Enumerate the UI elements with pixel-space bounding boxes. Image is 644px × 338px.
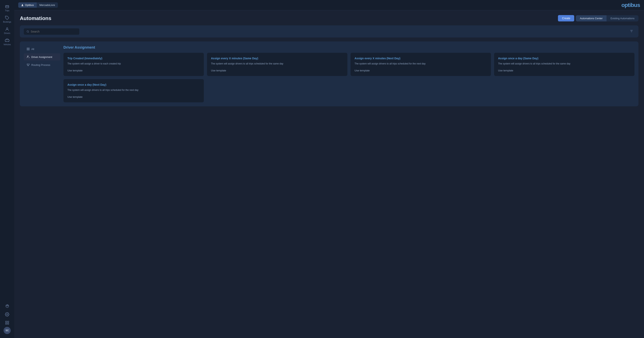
- tab-automations-center[interactable]: Automations Center: [576, 15, 606, 22]
- routing-icon: [26, 63, 30, 67]
- app-logo: optibus: [622, 2, 640, 8]
- search-bar: [20, 25, 638, 38]
- template-card-assign-xmin-same[interactable]: Assign every X minutes (Same Day) The sy…: [207, 53, 348, 76]
- create-button[interactable]: Create: [558, 15, 574, 22]
- bus-icon: [5, 4, 9, 9]
- svg-rect-17: [6, 323, 7, 324]
- template-desc-3: The system will assign drivers to all tr…: [354, 62, 487, 66]
- tag-icon: [5, 16, 9, 20]
- sidebar-item-bookings[interactable]: Bookings: [0, 14, 14, 24]
- svg-rect-26: [28, 48, 29, 49]
- template-card-assign-once-next[interactable]: Assign once a day (Next Day) The system …: [64, 79, 204, 102]
- svg-line-21: [28, 32, 29, 32]
- svg-point-31: [29, 64, 29, 65]
- svg-rect-18: [8, 323, 9, 324]
- svg-point-3: [8, 8, 8, 8]
- gear-icon: [5, 312, 9, 316]
- svg-rect-25: [27, 48, 28, 49]
- search-input-wrapper: [24, 28, 79, 35]
- category-all-label: All: [31, 48, 34, 51]
- templates-grid-row1: Trip Created (Immediately) The system wi…: [64, 53, 634, 76]
- sidebar: Trips Bookings Drivers: [0, 0, 14, 338]
- category-routing-process[interactable]: Routing Process: [24, 61, 60, 69]
- svg-point-9: [6, 41, 6, 42]
- person-small-icon: [21, 4, 24, 7]
- templates-area: Driver Assignment Trip Created (Immediat…: [64, 46, 634, 102]
- categories-sidebar: All Driver Assignment: [24, 46, 64, 102]
- template-title-3: Assign every X minutes (Next Day): [354, 57, 487, 60]
- search-input[interactable]: [31, 30, 76, 33]
- person-assign-icon: [26, 55, 30, 59]
- template-title-1: Trip Created (Immediately): [68, 57, 200, 60]
- page-header: Automations Create Automations Center Ex…: [20, 15, 638, 22]
- sidebar-item-vehicles[interactable]: Vehicles: [0, 36, 14, 47]
- template-card-assign-once-same[interactable]: Assign once a day (Same Day) The system …: [494, 53, 634, 76]
- svg-point-10: [8, 41, 9, 42]
- svg-rect-8: [5, 40, 9, 42]
- page-title: Automations: [20, 15, 51, 22]
- use-template-btn-1[interactable]: Use template: [68, 69, 200, 72]
- search-icon: [26, 30, 29, 33]
- svg-point-14: [6, 314, 8, 315]
- section-title: Driver Assignment: [64, 46, 634, 50]
- sidebar-item-plugins[interactable]: [4, 302, 11, 309]
- template-desc-4: The system will assign drivers to all tr…: [498, 62, 630, 66]
- apps-grid-icon: [5, 320, 9, 325]
- puzzle-icon: [5, 304, 9, 308]
- use-template-btn-3[interactable]: Use template: [354, 69, 487, 72]
- org-label-optibus: Optibus: [25, 4, 34, 7]
- sidebar-item-trips[interactable]: Trips: [0, 3, 14, 13]
- templates-grid-row2: Assign once a day (Next Day) The system …: [64, 79, 634, 102]
- template-card-assign-xmin-next[interactable]: Assign every X minutes (Next Day) The sy…: [350, 53, 491, 76]
- use-template-btn-2[interactable]: Use template: [211, 69, 344, 72]
- template-desc-5: The system will assign drivers to all tr…: [68, 88, 200, 92]
- sidebar-item-drivers[interactable]: Drivers: [0, 25, 14, 36]
- sidebar-label-vehicles: Vehicles: [3, 44, 11, 46]
- use-template-btn-4[interactable]: Use template: [498, 69, 630, 72]
- category-routing-process-label: Routing Process: [31, 64, 50, 67]
- template-card-trip-created[interactable]: Trip Created (Immediately) The system wi…: [64, 53, 204, 76]
- topbar-left: Optibus MercadoLivre: [18, 3, 58, 8]
- person-icon: [5, 27, 9, 31]
- svg-rect-28: [28, 49, 29, 50]
- grid-small-icon: [26, 47, 30, 51]
- category-driver-assignment[interactable]: Driver Assignment: [24, 53, 60, 61]
- template-title-2: Assign every X minutes (Same Day): [211, 57, 344, 60]
- org-switcher: Optibus MercadoLivre: [18, 3, 58, 8]
- org-btn-mercadolivre[interactable]: MercadoLivre: [37, 3, 58, 8]
- svg-point-19: [22, 4, 23, 5]
- tab-existing-automations[interactable]: Existing Automations: [606, 15, 638, 22]
- main-content: Optibus MercadoLivre optibus Automations…: [14, 0, 644, 338]
- template-title-4: Assign once a day (Same Day): [498, 57, 630, 60]
- svg-point-30: [27, 64, 28, 65]
- filter-button[interactable]: [628, 28, 634, 35]
- sidebar-item-apps[interactable]: [4, 318, 11, 326]
- sidebar-item-settings[interactable]: [4, 310, 11, 318]
- topbar: Optibus MercadoLivre optibus: [14, 0, 644, 10]
- vehicle-icon: [5, 38, 9, 43]
- tabs-container: Automations Center Existing Automations: [576, 15, 638, 22]
- category-all[interactable]: All: [24, 46, 60, 53]
- sidebar-bottom: SC: [4, 302, 11, 335]
- svg-point-2: [6, 8, 7, 8]
- use-template-btn-5[interactable]: Use template: [68, 95, 200, 98]
- template-desc-1: The system will assign a driver to each …: [68, 62, 200, 66]
- svg-point-29: [27, 56, 28, 57]
- user-avatar[interactable]: SC: [4, 327, 11, 334]
- sidebar-label-drivers: Drivers: [4, 32, 10, 34]
- page: Automations Create Automations Center Ex…: [14, 10, 644, 338]
- svg-point-7: [6, 28, 8, 29]
- org-btn-optibus[interactable]: Optibus: [18, 3, 37, 8]
- filter-icon: [630, 29, 633, 33]
- svg-rect-27: [27, 49, 28, 50]
- category-driver-assignment-label: Driver Assignment: [31, 56, 52, 59]
- sidebar-label-bookings: Bookings: [3, 21, 11, 23]
- svg-rect-0: [6, 6, 9, 8]
- svg-rect-15: [6, 321, 7, 322]
- content-area: All Driver Assignment: [20, 42, 638, 106]
- svg-point-20: [27, 31, 29, 32]
- svg-line-13: [7, 305, 9, 306]
- org-label-mercadolivre: MercadoLivre: [40, 4, 55, 7]
- template-title-5: Assign once a day (Next Day): [68, 83, 200, 86]
- svg-rect-16: [8, 321, 9, 322]
